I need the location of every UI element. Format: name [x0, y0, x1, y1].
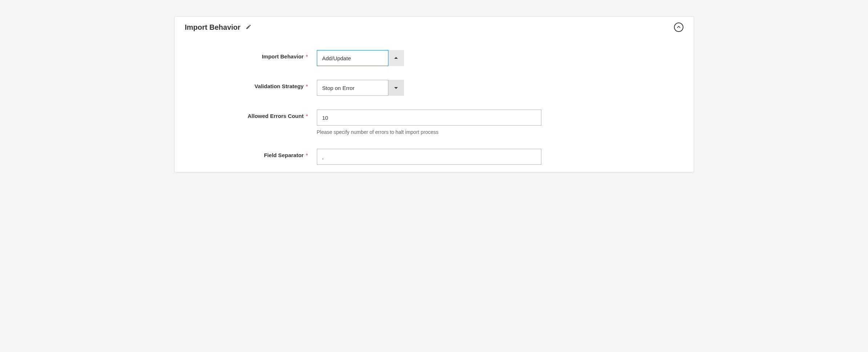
edit-icon[interactable]	[246, 24, 251, 31]
field-separator-input[interactable]	[317, 149, 541, 165]
import-behavior-panel: Import Behavior Import Behavior* Add/Upd…	[174, 16, 694, 172]
row-validation-strategy: Validation Strategy* Stop on Error	[185, 80, 683, 96]
required-mark: *	[306, 53, 308, 60]
control-import-behavior: Add/Update	[310, 50, 683, 66]
collapse-toggle[interactable]	[674, 22, 683, 32]
label-validation-strategy: Validation Strategy*	[185, 80, 310, 89]
validation-strategy-select[interactable]: Stop on Error	[317, 80, 404, 96]
row-allowed-errors-count: Allowed Errors Count* Please specify num…	[185, 110, 683, 135]
panel-title: Import Behavior	[185, 23, 241, 32]
panel-header: Import Behavior	[175, 17, 694, 36]
row-import-behavior: Import Behavior* Add/Update	[185, 50, 683, 66]
panel-title-wrap: Import Behavior	[185, 23, 251, 32]
label-allowed-errors-count: Allowed Errors Count*	[185, 110, 310, 119]
allowed-errors-count-hint: Please specify number of errors to halt …	[317, 129, 683, 135]
import-behavior-select[interactable]: Add/Update	[317, 50, 404, 66]
control-allowed-errors-count: Please specify number of errors to halt …	[310, 110, 683, 135]
control-field-separator	[310, 149, 683, 165]
control-validation-strategy: Stop on Error	[310, 80, 683, 96]
row-field-separator: Field Separator*	[185, 149, 683, 165]
label-text: Validation Strategy	[255, 83, 304, 89]
label-import-behavior: Import Behavior*	[185, 50, 310, 60]
validation-strategy-select-wrap: Stop on Error	[317, 80, 404, 96]
required-mark: *	[306, 113, 308, 119]
required-mark: *	[306, 83, 308, 89]
required-mark: *	[306, 152, 308, 158]
label-text: Import Behavior	[262, 53, 304, 60]
label-field-separator: Field Separator*	[185, 149, 310, 158]
allowed-errors-count-input[interactable]	[317, 110, 541, 126]
panel-body: Import Behavior* Add/Update Validation S…	[175, 36, 694, 172]
label-text: Allowed Errors Count	[247, 113, 303, 119]
label-text: Field Separator	[264, 152, 303, 158]
import-behavior-select-wrap: Add/Update	[317, 50, 404, 66]
